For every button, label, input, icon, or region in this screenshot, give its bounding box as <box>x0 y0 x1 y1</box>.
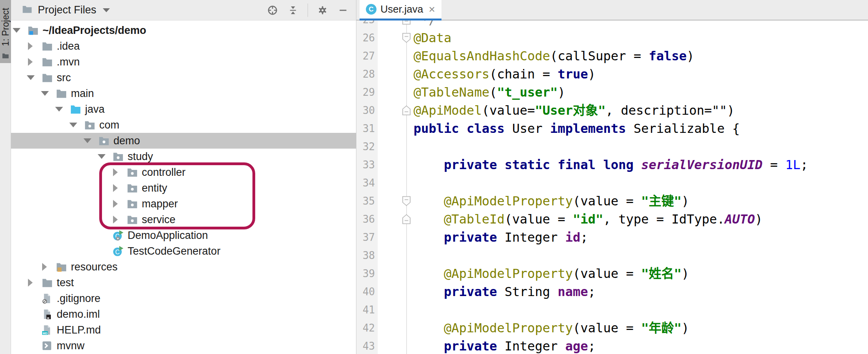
token: , type = IdType. <box>603 212 725 227</box>
collapsed-arrow-icon[interactable] <box>112 200 127 208</box>
settings-gear-icon[interactable] <box>317 4 328 16</box>
token: @ApiModelProperty <box>444 194 573 209</box>
collapsed-arrow-icon[interactable] <box>27 42 42 50</box>
tree-item-java[interactable]: java <box>11 101 356 117</box>
tree-item-label: controller <box>142 166 185 179</box>
code-editor[interactable]: 25262728293031323334353637383940414243 *… <box>356 20 868 354</box>
token: (value = <box>573 266 641 281</box>
collapsed-arrow-icon[interactable] <box>112 168 127 176</box>
token: (value = <box>504 212 573 227</box>
indent <box>11 283 27 283</box>
tree-item-test[interactable]: test <box>11 275 356 291</box>
token: @Data <box>414 30 451 45</box>
tree-item-entity[interactable]: entity <box>11 180 356 196</box>
collapsed-arrow-icon[interactable] <box>112 184 127 192</box>
tree-item-resources[interactable]: resources <box>11 259 356 275</box>
locate-icon[interactable] <box>267 4 278 16</box>
expanded-arrow-icon[interactable] <box>69 123 84 127</box>
code-line-39[interactable]: @ApiModelProperty(value = "姓名") <box>414 265 689 283</box>
tree-item-ideaprojects-demo[interactable]: ~/IdeaProjects/demo <box>11 22 356 38</box>
collapsed-arrow-icon[interactable] <box>27 58 42 66</box>
code-line-43[interactable]: private Integer age; <box>414 337 595 354</box>
collapsed-arrow-icon[interactable] <box>27 279 42 287</box>
code-line-26[interactable]: @Data <box>414 29 451 47</box>
expanded-arrow-icon[interactable] <box>83 138 98 143</box>
token: User <box>512 121 550 136</box>
line-number: 29 <box>356 83 375 101</box>
token <box>414 157 444 172</box>
close-icon[interactable]: × <box>428 4 435 15</box>
tree-item-mapper[interactable]: mapper <box>11 196 356 212</box>
token: = <box>762 157 785 172</box>
code-line-31[interactable]: public class User implements Serializabl… <box>414 119 740 138</box>
code-line-33[interactable]: private static final long serialVersionU… <box>414 156 808 174</box>
tree-item-main[interactable]: main <box>11 86 356 101</box>
indent <box>11 220 112 220</box>
indent <box>11 188 112 188</box>
indent <box>11 141 83 141</box>
fold-marker-icon[interactable] <box>402 196 411 206</box>
tree-item-label: mapper <box>142 198 178 210</box>
code-line-36[interactable]: @TableId(value = "id", type = IdType.AUT… <box>414 210 762 228</box>
token <box>414 212 444 227</box>
code-line-30[interactable]: @ApiModel(value="User对象", description=""… <box>414 101 734 119</box>
tree-item-.mvn[interactable]: .mvn <box>11 54 356 70</box>
indent <box>11 251 98 252</box>
collapse-all-icon[interactable] <box>287 4 299 16</box>
collapsed-arrow-icon[interactable] <box>112 216 127 224</box>
expanded-arrow-icon[interactable] <box>41 91 56 96</box>
tree-item-src[interactable]: src <box>11 70 356 86</box>
tree-item-label: resources <box>71 261 118 273</box>
code-line-29[interactable]: @TableName("t_user") <box>414 83 565 101</box>
file-md-icon: MD <box>42 324 54 335</box>
code-line-35[interactable]: @ApiModelProperty(value = "主键") <box>414 192 689 210</box>
expanded-arrow-icon[interactable] <box>27 75 42 80</box>
indent <box>11 125 69 125</box>
fold-marker-icon[interactable] <box>402 33 411 43</box>
expanded-arrow-icon[interactable] <box>55 107 70 112</box>
tree-item-.idea[interactable]: .idea <box>11 38 356 54</box>
code-line-37[interactable]: private Integer id; <box>414 228 588 246</box>
expanded-arrow-icon[interactable] <box>98 154 113 159</box>
tree-item-help.md[interactable]: MDHELP.md <box>11 322 356 338</box>
fold-marker-icon[interactable] <box>402 105 411 116</box>
tree-item-study[interactable]: study <box>11 149 356 164</box>
expanded-arrow-icon[interactable] <box>13 28 28 33</box>
tree-item-label: DemoApplication <box>128 229 208 242</box>
tree-item-demoapplication[interactable]: CDemoApplication <box>11 227 356 243</box>
project-file-tree: ~/IdeaProjects/demo.idea.mvnsrcmainjavac… <box>11 21 356 354</box>
tree-item-.gitignore[interactable]: .gitignore <box>11 291 356 306</box>
collapsed-arrow-icon[interactable] <box>41 263 56 271</box>
tree-item-com[interactable]: com <box>11 117 356 133</box>
token: Integer <box>504 230 565 245</box>
code-line-28[interactable]: @Accessors(chain = true) <box>414 65 595 83</box>
code-line-27[interactable]: @EqualsAndHashCode(callSuper = false) <box>414 47 694 65</box>
tool-window-button-project[interactable]: 1: Project <box>0 0 11 63</box>
token: @Accessors <box>414 67 490 82</box>
svg-text:C: C <box>115 249 120 255</box>
token: (callSuper = <box>550 48 649 63</box>
tree-item-testcodegenerator[interactable]: CTestCodeGenerator <box>11 243 356 259</box>
folder-icon <box>42 277 54 288</box>
hide-panel-icon[interactable] <box>337 4 349 16</box>
code-line-42[interactable]: @ApiModelProperty(value = "年龄") <box>414 319 689 337</box>
code-line-25[interactable]: */ <box>414 20 436 29</box>
tree-item-label: src <box>57 72 71 84</box>
token: Serializable { <box>634 121 740 136</box>
tree-item-label: test <box>57 277 74 289</box>
tree-item-service[interactable]: service <box>11 212 356 227</box>
fold-marker-icon[interactable] <box>402 20 411 25</box>
tab-user-java[interactable]: C User.java × <box>360 0 441 20</box>
project-folder-icon <box>2 53 9 61</box>
tree-item-mvnw[interactable]: mvnw <box>11 338 356 354</box>
class-icon: C <box>366 4 377 15</box>
indent <box>11 93 41 94</box>
tree-item-controller[interactable]: controller <box>11 164 356 180</box>
tree-item-demo[interactable]: demo <box>11 133 356 149</box>
chevron-down-icon[interactable] <box>103 8 110 12</box>
line-number: 33 <box>356 156 375 174</box>
code-line-40[interactable]: private String name; <box>414 283 595 301</box>
indent <box>11 267 41 267</box>
fold-marker-icon[interactable] <box>402 214 411 224</box>
tree-item-demo.iml[interactable]: demo.iml <box>11 306 356 322</box>
